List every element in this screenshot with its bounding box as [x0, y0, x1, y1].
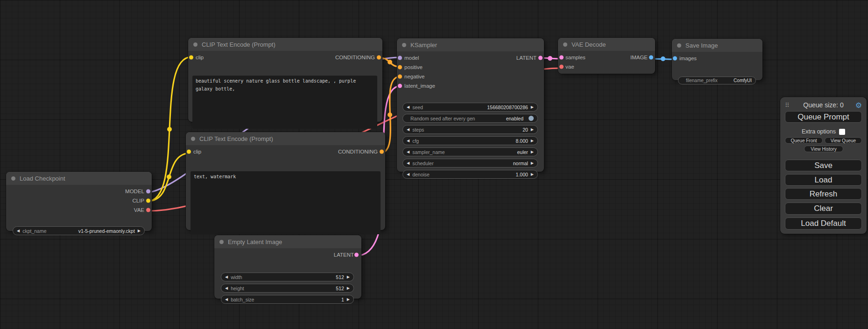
prev-value-arrow-icon[interactable]: ◀	[225, 298, 228, 301]
seed-widget[interactable]: ◀ seed 156680208700286 ▶	[402, 103, 538, 112]
clip-input-slot[interactable]	[189, 56, 193, 60]
node-vae-decode[interactable]: VAE Decode samples IMAGE vae	[558, 38, 655, 74]
next-value-arrow-icon[interactable]: ▶	[138, 229, 141, 233]
prev-value-arrow-icon[interactable]: ◀	[17, 229, 20, 233]
latent-image-input-slot[interactable]	[398, 84, 402, 88]
next-value-arrow-icon[interactable]: ▶	[531, 150, 534, 154]
settings-gear-icon[interactable]: ⚙	[855, 101, 862, 110]
widget-label: width	[231, 274, 242, 280]
extra-options-checkbox[interactable]	[839, 129, 845, 135]
ckpt-name-widget[interactable]: ◀ ckpt_name v1-5-pruned-emaonly.ckpt ▶	[13, 226, 145, 235]
queue-front-button[interactable]: Queue Front	[785, 137, 823, 144]
height-widget[interactable]: ◀ height 512 ▶	[221, 284, 354, 293]
images-input-slot[interactable]	[673, 56, 677, 61]
node-title-bar[interactable]: CLIP Text Encode (Prompt)	[186, 132, 385, 145]
next-value-arrow-icon[interactable]: ▶	[531, 139, 534, 143]
steps-widget[interactable]: ◀ steps 20 ▶	[402, 125, 538, 134]
collapse-dot-icon[interactable]	[191, 137, 195, 141]
clip-input-slot[interactable]	[187, 150, 191, 154]
collapse-dot-icon[interactable]	[219, 240, 224, 244]
prev-value-arrow-icon[interactable]: ◀	[407, 173, 409, 176]
save-button[interactable]: Save	[785, 160, 862, 171]
widget-value: euler	[517, 149, 528, 155]
node-title-bar[interactable]: Load Checkpoint	[6, 172, 152, 185]
cfg-widget[interactable]: ◀ cfg 8.000 ▶	[402, 136, 538, 145]
conditioning-output-slot[interactable]	[380, 150, 384, 154]
prev-value-arrow-icon[interactable]: ◀	[407, 128, 409, 132]
next-value-arrow-icon[interactable]: ▶	[347, 275, 350, 279]
collapse-dot-icon[interactable]	[677, 43, 681, 48]
node-clip-text-encode-negative[interactable]: CLIP Text Encode (Prompt) clip CONDITION…	[186, 132, 385, 230]
vae-input-slot[interactable]	[559, 65, 564, 69]
view-history-button[interactable]: View History	[804, 146, 843, 152]
node-title-bar[interactable]: CLIP Text Encode (Prompt)	[188, 38, 382, 51]
queue-prompt-button[interactable]: Queue Prompt	[785, 111, 862, 123]
width-widget[interactable]: ◀ width 512 ▶	[221, 273, 354, 281]
clip-output-slot[interactable]	[146, 199, 150, 203]
positive-input-slot[interactable]	[398, 65, 402, 70]
scheduler-widget[interactable]: ◀ scheduler normal ▶	[402, 159, 538, 168]
node-title-bar[interactable]: VAE Decode	[558, 38, 655, 51]
prev-value-arrow-icon[interactable]: ◀	[225, 287, 228, 290]
prompt-text-area[interactable]: beautiful scenery nature glass bottle la…	[192, 76, 377, 129]
queue-panel[interactable]: Queue size: 0 ⠿ ⚙ Queue Prompt Extra opt…	[780, 97, 867, 234]
next-value-arrow-icon[interactable]: ▶	[347, 287, 350, 290]
negative-input-slot[interactable]	[398, 75, 402, 79]
node-load-checkpoint[interactable]: Load Checkpoint MODEL CLIP VAE ◀ ckpt_na…	[6, 172, 152, 231]
filename-prefix-widget[interactable]: filename_prefix ComfyUI	[678, 77, 756, 84]
drag-handle-icon[interactable]: ⠿	[785, 102, 790, 109]
collapse-dot-icon[interactable]	[193, 42, 198, 47]
node-save-image[interactable]: Save Image images filename_prefix ComfyU…	[672, 39, 762, 80]
collapse-dot-icon[interactable]	[11, 176, 15, 181]
clear-button[interactable]: Clear	[785, 203, 862, 215]
node-title-bar[interactable]: Empty Latent Image	[214, 235, 361, 248]
input-label: negative	[404, 74, 424, 79]
widget-value: 156680208700286	[487, 105, 528, 110]
node-title-bar[interactable]: Save Image	[672, 39, 762, 52]
random-seed-toggle-widget[interactable]: Random seed after every gen enabled	[402, 114, 538, 123]
prev-value-arrow-icon[interactable]: ◀	[407, 105, 409, 109]
widget-label: steps	[412, 127, 424, 133]
view-queue-button[interactable]: View Queue	[825, 137, 862, 144]
node-title: KSampler	[410, 42, 437, 49]
node-title-bar[interactable]: KSampler	[397, 38, 544, 51]
batch-size-widget[interactable]: ◀ batch_size 1 ▶	[221, 295, 354, 304]
prev-value-arrow-icon[interactable]: ◀	[225, 275, 228, 279]
conditioning-output-slot[interactable]	[377, 56, 381, 60]
latent-output-slot[interactable]	[354, 253, 359, 257]
model-output-slot[interactable]	[146, 189, 150, 194]
prompt-text-area[interactable]: text, watermark	[191, 171, 381, 234]
denoise-widget[interactable]: ◀ denoise 1.000 ▶	[402, 170, 538, 179]
prev-value-arrow-icon[interactable]: ◀	[407, 161, 409, 165]
samples-input-slot[interactable]	[559, 56, 564, 60]
next-value-arrow-icon[interactable]: ▶	[347, 298, 350, 301]
prev-value-arrow-icon[interactable]: ◀	[407, 139, 409, 143]
next-value-arrow-icon[interactable]: ▶	[531, 128, 534, 132]
node-graph-canvas[interactable]: Load Checkpoint MODEL CLIP VAE ◀ ckpt_na…	[0, 0, 868, 329]
queue-panel-header: Queue size: 0 ⠿ ⚙	[780, 99, 867, 111]
node-ksampler[interactable]: KSampler model LATENT positive negative …	[397, 38, 544, 172]
model-input-slot[interactable]	[398, 56, 402, 60]
image-output-slot[interactable]	[649, 56, 653, 60]
vae-output-slot[interactable]	[146, 208, 150, 212]
load-default-button[interactable]: Load Default	[785, 217, 862, 230]
load-button[interactable]: Load	[785, 174, 862, 186]
node-title: CLIP Text Encode (Prompt)	[202, 41, 275, 48]
refresh-button[interactable]: Refresh	[785, 188, 862, 200]
widget-value: 512	[336, 286, 344, 291]
toggle-dot-icon[interactable]	[529, 116, 534, 121]
next-value-arrow-icon[interactable]: ▶	[531, 173, 534, 176]
sampler-name-widget[interactable]: ◀ sampler_name euler ▶	[402, 147, 538, 156]
wire-midpoint-dot	[388, 60, 392, 64]
collapse-dot-icon[interactable]	[402, 43, 406, 47]
extra-options-row: Extra options	[780, 128, 867, 135]
slot-row: clip CONDITIONING	[186, 147, 385, 156]
next-value-arrow-icon[interactable]: ▶	[531, 161, 534, 165]
collapse-dot-icon[interactable]	[563, 42, 567, 47]
node-clip-text-encode-positive[interactable]: CLIP Text Encode (Prompt) clip CONDITION…	[188, 38, 382, 122]
node-empty-latent-image[interactable]: Empty Latent Image LATENT ◀ width 512 ▶ …	[214, 235, 361, 299]
prev-value-arrow-icon[interactable]: ◀	[407, 150, 409, 154]
next-value-arrow-icon[interactable]: ▶	[531, 105, 534, 109]
latent-output-slot[interactable]	[538, 56, 543, 60]
output-row-clip: CLIP	[6, 196, 152, 205]
